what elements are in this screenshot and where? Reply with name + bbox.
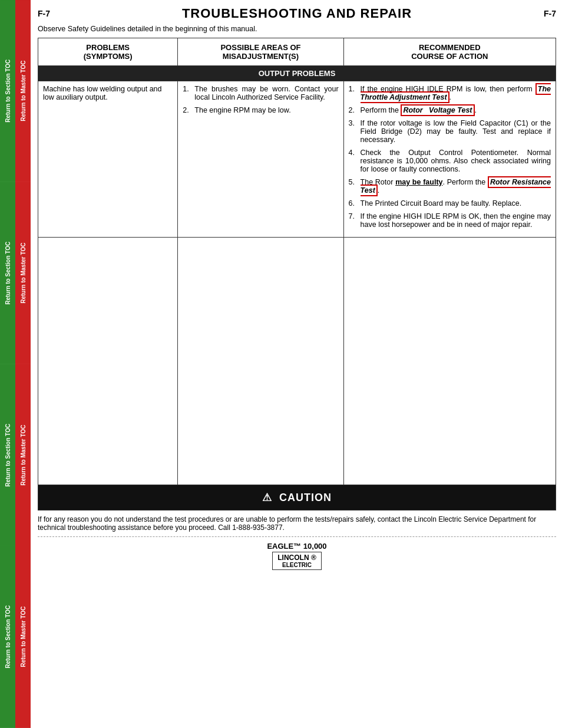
sidebar-pair-2: Return to Section TOC Return to Master T… (0, 182, 31, 364)
caution-cell: ⚠ CAUTION (38, 485, 556, 510)
model-name: EAGLE™ 10,000 (38, 542, 556, 551)
action-item-4: 4. Check the Output Control Potentiomete… (349, 149, 551, 173)
throttle-test-link[interactable]: The Throttle Adjustment Test (361, 83, 551, 103)
page-number-right: F-7 (544, 9, 556, 18)
empty-row (38, 238, 556, 485)
action-item-2: 2. Perform the Rotor Voltage Test. (349, 106, 551, 114)
misadj-item-1: 1. The brushes may be worn. Contact your… (183, 85, 338, 101)
section-header-row: OUTPUT PROBLEMS (38, 66, 556, 81)
action-item-6: 6. The Printed Circuit Board may be faul… (349, 199, 551, 207)
header-problems: PROBLEMS(SYMPTOMS) (38, 38, 178, 66)
main-content: F-7 TROUBLESHOOTING AND REPAIR F-7 Obser… (32, 0, 562, 576)
action-item-7: 7. If the engine HIGH IDLE RPM is OK, th… (349, 212, 551, 229)
safety-note: Observe Safety Guidelines detailed in th… (38, 25, 556, 33)
problems-cell: Machine has low welding output and low a… (38, 81, 178, 238)
misadj-item-2: 2. The engine RPM may be low. (183, 106, 338, 114)
sidebar-tab-master-toc-4[interactable]: Return to Master TOC (15, 546, 31, 728)
empty-misadj (178, 238, 343, 485)
action-list: 1. If the engine HIGH IDLE RPM is low, t… (349, 85, 551, 229)
lincoln-logo: LINCOLN ® ELECTRIC (272, 552, 322, 570)
empty-problems (38, 238, 178, 485)
main-table: PROBLEMS(SYMPTOMS) POSSIBLE AREAS OFMISA… (38, 38, 556, 510)
sidebar-tab-master-toc-3[interactable]: Return to Master TOC (15, 364, 31, 546)
sidebar-tab-section-toc-4[interactable]: Return to Section TOC (0, 546, 15, 728)
misadj-cell: 1. The brushes may be worn. Contact your… (178, 81, 343, 238)
header-action: RECOMMENDEDCOURSE OF ACTION (343, 38, 556, 66)
page-header: F-7 TROUBLESHOOTING AND REPAIR F-7 (38, 6, 556, 21)
company-name: LINCOLN ® (277, 554, 316, 562)
table-header-row: PROBLEMS(SYMPTOMS) POSSIBLE AREAS OFMISA… (38, 38, 556, 66)
sidebar-tab-master-toc-1[interactable]: Return to Master TOC (15, 0, 31, 182)
rotor-resistance-link[interactable]: Rotor Resistance Test (361, 176, 551, 196)
sidebar-pair-1: Return to Section TOC Return to Master T… (0, 0, 31, 182)
caution-label: CAUTION (279, 492, 332, 503)
action-item-3: 3. If the rotor voltage is low the Field… (349, 119, 551, 144)
sidebar-tab-section-toc-3[interactable]: Return to Section TOC (0, 364, 15, 546)
page-title: TROUBLESHOOTING AND REPAIR (50, 6, 544, 21)
bottom-brand: EAGLE™ 10,000 LINCOLN ® ELECTRIC (38, 542, 556, 570)
page-number-left: F-7 (38, 9, 50, 18)
footer-note: If for any reason you do not understand … (38, 515, 556, 537)
sidebar-pair-3: Return to Section TOC Return to Master T… (0, 364, 31, 546)
section-header-cell: OUTPUT PROBLEMS (38, 66, 556, 81)
action-cell: 1. If the engine HIGH IDLE RPM is low, t… (343, 81, 556, 238)
sidebar-tab-master-toc-2[interactable]: Return to Master TOC (15, 182, 31, 364)
rotor-voltage-link[interactable]: Rotor Voltage Test (401, 104, 474, 116)
sidebar-tab-section-toc-2[interactable]: Return to Section TOC (0, 182, 15, 364)
misadj-list: 1. The brushes may be worn. Contact your… (183, 85, 338, 114)
empty-action (343, 238, 556, 485)
problem-text: Machine has low welding output and low a… (43, 85, 173, 101)
sidebar-tab-section-toc-1[interactable]: Return to Section TOC (0, 0, 15, 182)
sidebar-pair-4: Return to Section TOC Return to Master T… (0, 546, 31, 728)
content-row: Machine has low welding output and low a… (38, 81, 556, 238)
action-item-5: 5. The Rotor may be faulty. Perform the … (349, 178, 551, 195)
division-name: ELECTRIC (277, 562, 316, 568)
sidebar: Return to Section TOC Return to Master T… (0, 0, 31, 728)
header-misadj: POSSIBLE AREAS OFMISADJUSTMENT(S) (178, 38, 343, 66)
caution-icon: ⚠ (262, 492, 272, 503)
caution-row: ⚠ CAUTION (38, 485, 556, 510)
action-item-1: 1. If the engine HIGH IDLE RPM is low, t… (349, 85, 551, 101)
